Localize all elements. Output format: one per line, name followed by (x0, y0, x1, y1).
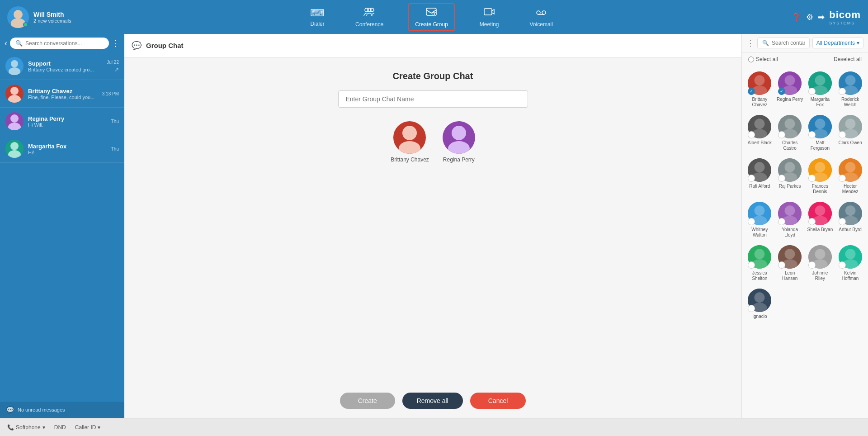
contact-card-matt-ferguson[interactable]: Matt Ferguson (806, 113, 835, 153)
contact-card-jessica-shelton[interactable]: Jessica Shelton (745, 243, 774, 283)
nav-create-group[interactable]: Create Group (408, 3, 455, 31)
contact-card-clark-owen[interactable]: Clark Owen (836, 113, 864, 153)
contact-avatar-wrap-albert-black (748, 115, 771, 138)
svg-point-21 (403, 127, 416, 139)
svg-point-0 (14, 10, 23, 19)
contact-checkbox-brittany-chavez[interactable] (748, 88, 755, 95)
contact-checkbox-leon-hansen[interactable] (778, 261, 785, 269)
softphone-chevron: ▾ (42, 424, 45, 431)
conv-avatar-regina (5, 112, 24, 130)
contact-checkbox-rafi-alford[interactable] (748, 175, 755, 182)
conv-item-regina[interactable]: Regina Perry Hi Will. Thu (0, 108, 124, 135)
conv-item-brittany[interactable]: Brittany Chavez Fine, fine. Please, coul… (0, 80, 124, 108)
remove-all-button[interactable]: Remove all (402, 393, 463, 409)
contact-checkbox-roderick-welch[interactable] (839, 88, 846, 95)
contact-card-johnnie-riley[interactable]: Johnnie Riley (806, 243, 835, 283)
meeting-icon (483, 7, 495, 19)
contact-card-rafi-alford[interactable]: Rafi Alford (745, 156, 774, 196)
contact-checkbox-jessica-shelton[interactable] (748, 261, 755, 269)
contact-checkbox-margarita-fox[interactable] (808, 88, 816, 95)
settings-icon[interactable]: ⚙ (806, 12, 813, 22)
contact-checkbox-johnnie-riley[interactable] (808, 261, 816, 269)
contact-checkbox-arthur-byrd[interactable] (839, 218, 846, 225)
contact-avatar-wrap-matt-ferguson (808, 115, 832, 138)
contact-card-roderick-welch[interactable]: Roderick Welch (836, 70, 864, 109)
softphone-control[interactable]: 📞 Softphone ▾ (7, 424, 45, 431)
nav-meeting[interactable]: Meeting (473, 4, 505, 30)
contact-card-albert-black[interactable]: Albert Black (745, 113, 774, 153)
right-panel-menu-icon[interactable]: ⋮ (746, 38, 755, 48)
voicemail-label: Voicemail (530, 21, 553, 28)
search-contacts-input[interactable] (772, 40, 805, 46)
contact-checkbox-hector-mendez[interactable] (839, 175, 846, 182)
conv-item-margarita[interactable]: Margarita Fox Hi! Thu (0, 135, 124, 163)
create-group-body: Create Group Chat Brittany Chavez Regina… (124, 57, 741, 384)
conv-name-support: Support (28, 60, 102, 67)
contact-checkbox-whitney-walton[interactable] (748, 218, 755, 225)
contact-card-kelvin-hoffman[interactable]: Kelvin Hoffman (836, 243, 864, 283)
deselect-all-button[interactable]: Deselect all (834, 56, 862, 62)
contact-card-regina-perry[interactable]: Regina Perry (776, 70, 804, 109)
conference-icon (363, 7, 375, 19)
contact-checkbox-regina-perry[interactable] (778, 88, 785, 95)
contact-card-yolanda-lloyd[interactable]: Yolanda Lloyd (776, 200, 804, 240)
contact-card-charles-castro[interactable]: Charles Castro (776, 113, 804, 153)
select-all-button[interactable]: Select all (748, 56, 778, 62)
select-all-radio[interactable] (748, 57, 754, 62)
contact-checkbox-sheila-bryan[interactable] (808, 218, 816, 225)
search-contacts-field[interactable]: 🔍 (757, 38, 810, 48)
contact-avatar-wrap-margarita-fox (808, 71, 832, 95)
contact-checkbox-kelvin-hoffman[interactable] (839, 261, 846, 269)
contact-card-whitney-walton[interactable]: Whitney Walton (745, 200, 774, 240)
sidebar-menu-icon[interactable]: ⋮ (112, 38, 120, 48)
help-icon[interactable]: ❓ (792, 12, 802, 22)
nav-dialer[interactable]: ⌨ Dialer (304, 5, 331, 30)
contact-checkbox-charles-castro[interactable] (778, 131, 785, 138)
contact-card-hector-mendez[interactable]: Hector Mendez (836, 156, 864, 196)
conv-item-support[interactable]: Support Brittany Chavez created gro... J… (0, 52, 124, 80)
create-button[interactable]: Create (340, 393, 395, 409)
contact-card-sheila-bryan[interactable]: Sheila Bryan (806, 200, 835, 240)
contact-checkbox-ignacio[interactable] (748, 305, 755, 312)
conv-avatar-brittany (5, 85, 24, 103)
create-group-title: Create Group Chat (393, 71, 473, 81)
sidebar-back-button[interactable]: ‹ (5, 38, 7, 48)
contact-card-ignacio[interactable]: Ignacio (745, 287, 774, 321)
contact-checkbox-matt-ferguson[interactable] (808, 131, 816, 138)
cancel-button[interactable]: Cancel (470, 393, 526, 409)
contact-card-leon-hansen[interactable]: Leon Hansen (776, 243, 804, 283)
contact-checkbox-clark-owen[interactable] (839, 131, 846, 138)
search-conversations-input[interactable] (25, 40, 104, 47)
contact-name-albert-black: Albert Black (748, 140, 772, 146)
nav-voicemail[interactable]: Voicemail (524, 4, 559, 30)
contact-card-raj-parkes[interactable]: Raj Parkes (776, 156, 804, 196)
contact-card-frances-dennis[interactable]: Frances Dennis (806, 156, 835, 196)
participant-avatar-regina (443, 121, 475, 154)
user-subtitle: 2 new voicemails (33, 18, 71, 24)
dnd-control[interactable]: DND (54, 424, 66, 431)
logout-icon[interactable]: ➡ (818, 12, 825, 22)
svg-point-73 (755, 249, 765, 259)
contacts-panel: ⋮ 🔍 All Departments ▾ Select all Deselec… (741, 34, 868, 418)
contact-card-arthur-byrd[interactable]: Arthur Byrd (836, 200, 864, 240)
nav-conference[interactable]: Conference (349, 4, 390, 30)
contact-card-margarita-fox[interactable]: Margarita Fox (806, 70, 835, 109)
contact-checkbox-yolanda-lloyd[interactable] (778, 218, 785, 225)
department-dropdown[interactable]: All Departments ▾ (812, 38, 863, 48)
contact-checkbox-albert-black[interactable] (748, 131, 755, 138)
contacts-grid: Brittany Chavez Regina Perry Margarita F… (742, 66, 868, 418)
contact-checkbox-frances-dennis[interactable] (808, 175, 816, 182)
conversations-sidebar: ‹ 🔍 ⋮ Support Brittany Chavez created gr… (0, 34, 124, 418)
contact-checkbox-raj-parkes[interactable] (778, 175, 785, 182)
group-name-input[interactable] (338, 90, 528, 108)
softphone-icon: 📞 (7, 424, 14, 431)
brand-logo: bicom SYSTEMS (829, 9, 861, 25)
caller-id-control[interactable]: Caller ID ▾ (75, 424, 101, 431)
search-conversations-field[interactable]: 🔍 (10, 38, 109, 49)
main-content: ‹ 🔍 ⋮ Support Brittany Chavez created gr… (0, 34, 868, 418)
conv-preview-regina: Hi Will. (28, 122, 107, 128)
participant-name-brittany: Brittany Chavez (391, 156, 429, 163)
contact-avatar-wrap-yolanda-lloyd (778, 202, 802, 225)
user-profile-section: Will Smith 2 new voicemails (7, 6, 71, 28)
contact-card-brittany-chavez[interactable]: Brittany Chavez (745, 70, 774, 109)
